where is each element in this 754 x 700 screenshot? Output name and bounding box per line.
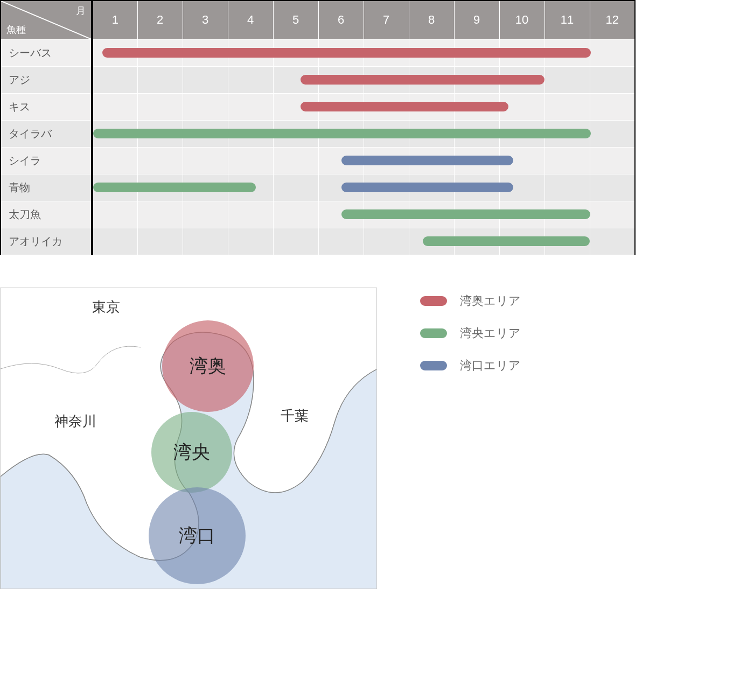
gantt-cell — [137, 201, 183, 228]
season-bar — [423, 236, 590, 246]
legend-swatch-blue — [420, 361, 447, 370]
gantt-cell — [273, 93, 318, 120]
gantt-cell — [92, 93, 137, 120]
season-bar — [93, 129, 591, 138]
gantt-cell — [228, 228, 273, 255]
legend-swatch-green — [420, 328, 447, 338]
gantt-cell — [409, 228, 454, 255]
area-circle-wanou: 湾央 — [151, 412, 232, 493]
gantt-cell — [590, 93, 635, 120]
gantt-cell — [273, 201, 318, 228]
corner-month-label: 月 — [76, 4, 86, 17]
row-label: 青物 — [1, 174, 92, 201]
season-bar — [341, 183, 513, 192]
row-label: アオリイカ — [1, 228, 92, 255]
gantt-cell — [590, 120, 635, 147]
area-label-wanoku: 湾奥 — [190, 354, 226, 379]
gantt-cell — [92, 201, 137, 228]
row-label: シイラ — [1, 147, 92, 174]
gantt-cell — [92, 39, 137, 66]
month-2: 2 — [137, 1, 183, 39]
gantt-cell — [228, 147, 273, 174]
gantt-cell — [228, 66, 273, 93]
gantt-cell — [183, 228, 228, 255]
legend-label-blue: 湾口エリア — [460, 358, 521, 374]
fishing-season-gantt: 月 魚種 1 2 3 4 5 6 7 8 9 10 11 12 シーバスアジキス… — [0, 0, 636, 255]
month-6: 6 — [318, 1, 364, 39]
row-label: タイラバ — [1, 120, 92, 147]
area-legend: 湾奥エリア 湾央エリア 湾口エリア — [420, 288, 521, 589]
table-row: タイラバ — [1, 120, 635, 147]
legend-row-green: 湾央エリア — [420, 325, 521, 341]
row-label: 太刀魚 — [1, 201, 92, 228]
gantt-cell — [590, 228, 635, 255]
season-bar — [301, 75, 545, 85]
gantt-cell — [318, 147, 364, 174]
gantt-cell — [590, 39, 635, 66]
corner-fish-label: 魚種 — [6, 23, 26, 36]
map-label-chiba: 千葉 — [281, 407, 309, 425]
season-bar — [93, 183, 256, 192]
month-1: 1 — [92, 1, 137, 39]
area-label-wanko: 湾口 — [179, 523, 215, 548]
month-5: 5 — [273, 1, 318, 39]
legend-label-red: 湾奥エリア — [460, 293, 521, 309]
month-3: 3 — [183, 1, 228, 39]
gantt-cell — [92, 120, 137, 147]
gantt-cell — [590, 147, 635, 174]
corner-header: 月 魚種 — [1, 1, 92, 39]
row-label: アジ — [1, 66, 92, 93]
gantt-cell — [318, 201, 364, 228]
gantt-cell — [273, 66, 318, 93]
gantt-cell — [590, 174, 635, 201]
gantt-cell — [92, 66, 137, 93]
gantt-cell — [318, 174, 364, 201]
gantt-cell — [273, 147, 318, 174]
table-row: 青物 — [1, 174, 635, 201]
month-12: 12 — [590, 1, 635, 39]
gantt-cell — [228, 93, 273, 120]
season-bar — [341, 209, 590, 219]
season-bar — [341, 156, 513, 165]
gantt-cell — [544, 66, 590, 93]
legend-swatch-red — [420, 296, 447, 306]
month-9: 9 — [454, 1, 499, 39]
gantt-cell — [318, 228, 364, 255]
gantt-cell — [137, 66, 183, 93]
row-label: シーバス — [1, 39, 92, 66]
gantt-cell — [183, 66, 228, 93]
table-row: シイラ — [1, 147, 635, 174]
gantt-cell — [92, 174, 137, 201]
gantt-cell — [273, 228, 318, 255]
gantt-cell — [228, 201, 273, 228]
gantt-cell — [544, 147, 590, 174]
gantt-cell — [183, 93, 228, 120]
gantt-cell — [183, 201, 228, 228]
table-row: キス — [1, 93, 635, 120]
season-bar — [102, 48, 591, 58]
legend-row-blue: 湾口エリア — [420, 358, 521, 374]
gantt-cell — [544, 93, 590, 120]
month-8: 8 — [409, 1, 454, 39]
row-label: キス — [1, 93, 92, 120]
area-label-wanou: 湾央 — [173, 440, 210, 465]
gantt-cell — [92, 147, 137, 174]
month-7: 7 — [364, 1, 409, 39]
table-row: 太刀魚 — [1, 201, 635, 228]
table-row: シーバス — [1, 39, 635, 66]
map-label-tokyo: 東京 — [92, 298, 120, 317]
gantt-cell — [544, 174, 590, 201]
table-row: アオリイカ — [1, 228, 635, 255]
area-circle-wanko: 湾口 — [149, 487, 246, 584]
season-bar — [301, 102, 508, 111]
month-11: 11 — [544, 1, 590, 39]
tokyo-bay-map: 東京 神奈川 千葉 湾奥 湾央 湾口 — [0, 288, 377, 589]
gantt-cell — [137, 228, 183, 255]
gantt-cell — [137, 147, 183, 174]
area-circle-wanoku: 湾奥 — [162, 320, 254, 412]
header-row: 月 魚種 1 2 3 4 5 6 7 8 9 10 11 12 — [1, 1, 635, 39]
map-label-kanagawa: 神奈川 — [54, 412, 96, 431]
gantt-cell — [590, 66, 635, 93]
gantt-cell — [92, 228, 137, 255]
table-row: アジ — [1, 66, 635, 93]
